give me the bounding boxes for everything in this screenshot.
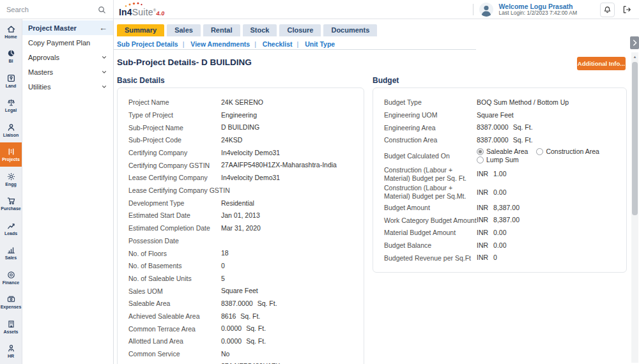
sidebar-item-assets[interactable]: Assets — [0, 314, 22, 339]
field-label: Common Terrace Area — [128, 325, 221, 333]
sidebar-item-finance[interactable]: Finance — [0, 265, 22, 290]
value-text: 0.0000 — [221, 324, 242, 332]
search-input[interactable] — [6, 6, 97, 13]
field-label: Allotted Land Area — [128, 337, 221, 345]
radio-button-icon[interactable] — [477, 156, 484, 163]
field-row: Common Terrace Area0.0000Sq. Ft. — [128, 322, 353, 335]
additional-info-button[interactable]: Additional Info... — [577, 57, 626, 70]
hr-person-icon — [6, 344, 16, 353]
notifications-button[interactable] — [600, 3, 615, 17]
value-text: 24KSD — [221, 136, 242, 144]
search-icon[interactable] — [97, 5, 107, 15]
subnav-checklist[interactable]: Checklist — [263, 40, 293, 48]
field-value: INR0.00 — [477, 188, 615, 197]
field-row: No. of Saleable Units5 — [128, 273, 353, 285]
field-row: Registration No.27AAIFP5480H1ZX — [128, 360, 353, 364]
field-row: Budget BalanceINR0.00 — [384, 239, 615, 252]
legal-scales-icon — [6, 98, 16, 107]
sidebar-item-home[interactable]: Home — [0, 19, 22, 44]
assets-building-icon — [6, 319, 16, 329]
field-label: Engineering Area — [384, 124, 477, 132]
value-text: 0.00 — [493, 229, 506, 236]
field-value: In4velocity Demo31 — [221, 149, 353, 158]
top-bar: In4Suite®4.0 Welcome Logu Prasath Last L… — [0, 0, 639, 19]
radio-button-icon[interactable] — [536, 148, 543, 155]
field-label: Work Category Budget Amount — [384, 216, 477, 225]
sidebar-item-bi[interactable]: BI — [0, 44, 22, 69]
field-row: Common ServiceNo — [128, 348, 353, 361]
sidebar-item-expenses[interactable]: Expenses — [0, 290, 22, 315]
sidebar-item-leads[interactable]: Leads — [0, 216, 22, 241]
liaison-person-icon — [6, 123, 16, 132]
sidebar-item-legal[interactable]: Legal — [0, 93, 22, 118]
tab-rental[interactable]: Rental — [203, 24, 240, 36]
menu-item-approvals[interactable]: Approvals — [22, 50, 113, 64]
value-text: 8387.0000 — [477, 136, 509, 144]
field-row: Certifying Company GSTIN27AAIFP5480H1ZX-… — [128, 159, 353, 172]
menu-item-masters[interactable]: Masters — [22, 64, 113, 79]
field-label: Material Budget Amount — [384, 229, 477, 237]
value-text: 8387.0000 — [477, 123, 509, 131]
field-label: Budgeted Revenue per Sq.Ft — [384, 254, 477, 262]
field-row: Construction Area8387.0000Sq. Ft. — [384, 134, 615, 147]
sidebar-item-engg[interactable]: Engg — [0, 167, 22, 192]
field-value: Square Feet — [477, 111, 615, 120]
sidebar-item-projects[interactable]: Projects — [0, 142, 22, 167]
radio-option[interactable]: Saleable Area — [477, 148, 528, 155]
scroll-up-arrow-icon[interactable]: ▲ — [631, 52, 638, 61]
leads-trend-icon — [6, 221, 16, 231]
currency-prefix: INR — [477, 216, 488, 224]
field-value: INR8,387.00 — [477, 216, 615, 225]
field-value: 5 — [221, 275, 353, 284]
avatar[interactable] — [479, 2, 494, 17]
sidebar-item-liaison[interactable]: Liaison — [0, 118, 22, 142]
tab-closure[interactable]: Closure — [279, 24, 321, 36]
field-label: Certifying Company GSTIN — [128, 162, 221, 170]
sidebar-item-sales[interactable]: Sales — [0, 241, 22, 266]
radio-option[interactable]: Lump Sum — [477, 156, 519, 163]
value-text: 8387.0000 — [221, 300, 253, 307]
field-label: Estimated Start Date — [128, 211, 221, 220]
projects-kanban-icon — [6, 147, 16, 156]
field-value: Saleable AreaConstruction AreaLump Sum — [477, 148, 615, 165]
currency-prefix: INR — [477, 254, 488, 261]
field-label: Budget Calculated On — [384, 152, 477, 160]
radio-option[interactable]: Construction Area — [536, 148, 599, 155]
tab-documents[interactable]: Documents — [323, 24, 377, 36]
value-text: 0.00 — [493, 188, 506, 196]
field-value: 8387.0000Sq. Ft. — [477, 136, 615, 145]
subnav-unit-type[interactable]: Unit Type — [305, 40, 335, 48]
tab-stock[interactable]: Stock — [243, 24, 277, 36]
unit-suffix: Sq. Ft. — [513, 123, 533, 131]
sidebar-item-hr[interactable]: HR — [0, 339, 22, 364]
field-row: Sub-Project Code24KSD — [128, 134, 353, 147]
field-value: 8387.0000Sq. Ft. — [477, 123, 615, 132]
field-value: Jan 01, 2013 — [221, 211, 353, 220]
radio-button-icon[interactable] — [477, 148, 484, 155]
tab-sales[interactable]: Sales — [167, 24, 201, 36]
vertical-scrollbar[interactable]: ▲ — [631, 52, 638, 363]
tab-summary[interactable]: Summary — [117, 24, 164, 36]
logout-button[interactable] — [619, 3, 634, 17]
last-login-text: Last Login: 1/2/2023 7:42:00 AM — [499, 10, 577, 17]
field-label: Sales UOM — [128, 287, 221, 296]
field-label: Sub-Project Name — [128, 124, 221, 132]
subnav-view-amendments[interactable]: View Amendments — [190, 40, 250, 48]
collapse-arrow-icon[interactable]: ← — [99, 23, 107, 33]
search-box[interactable] — [0, 0, 114, 19]
field-row: Estimated Completion DateMar 31, 2020 — [128, 222, 353, 235]
main-content: Summary Sales Rental Stock Closure Docum… — [114, 19, 639, 364]
sidebar-item-purchase[interactable]: Purchase — [0, 192, 22, 216]
currency-prefix: INR — [477, 204, 488, 211]
subnav-sub-project-details[interactable]: Sub Project Details — [117, 40, 178, 48]
field-row: Allotted Land Area0.0000Sq. Ft. — [128, 335, 353, 348]
sidebar-item-land[interactable]: Land — [0, 68, 22, 93]
menu-item-utilities[interactable]: Utilities — [22, 79, 113, 94]
menu-item-project-master[interactable]: Project Master← — [22, 20, 113, 35]
unit-suffix: Sq. Ft. — [246, 337, 266, 345]
field-label: Saleable Area — [128, 300, 221, 308]
menu-item-copy-payment-plan[interactable]: Copy Payment Plan — [22, 35, 113, 50]
field-value: 8616Sq. Ft. — [221, 312, 353, 321]
expand-panel-button[interactable] — [630, 36, 639, 49]
scrollbar-thumb[interactable] — [632, 62, 638, 215]
